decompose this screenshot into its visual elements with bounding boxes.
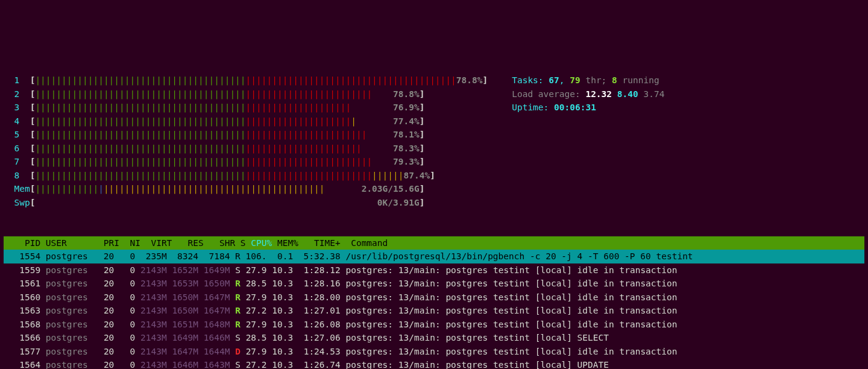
cpu-meter-4: 4 [|||||||||||||||||||||||||||||||||||||… — [4, 115, 488, 128]
table-row[interactable]: 1564 postgres 20 0 2143M 1646M 1643M S 2… — [4, 358, 864, 369]
cpu-meter-8: 8 [|||||||||||||||||||||||||||||||||||||… — [4, 169, 488, 182]
cpu-meter-3: 3 [|||||||||||||||||||||||||||||||||||||… — [4, 101, 488, 114]
cpu-meter-1: 1 [|||||||||||||||||||||||||||||||||||||… — [4, 74, 488, 87]
table-row[interactable]: 1568 postgres 20 0 2143M 1651M 1648M R 2… — [4, 318, 864, 331]
table-row[interactable]: 1560 postgres 20 0 2143M 1650M 1647M R 2… — [4, 291, 864, 304]
swap-meter: Swp[ 0K/3.91G] — [4, 196, 488, 209]
table-row[interactable]: 1561 postgres 20 0 2143M 1653M 1650M R 2… — [4, 277, 864, 290]
cpu-meter-2: 2 [|||||||||||||||||||||||||||||||||||||… — [4, 87, 488, 101]
table-row-selected[interactable]: 1554 postgres 20 0 235M 8324 7184 R 106.… — [4, 250, 864, 263]
table-row[interactable]: 1566 postgres 20 0 2143M 1649M 1646M S 2… — [4, 331, 864, 344]
mem-meter: Mem[||||||||||||||||||||||||||||||||||||… — [4, 182, 488, 195]
top-meters: 1 [|||||||||||||||||||||||||||||||||||||… — [4, 74, 864, 209]
process-table[interactable]: PID USER PRI NI VIRT RES SHR S CPU% MEM%… — [4, 236, 864, 369]
table-row[interactable]: 1563 postgres 20 0 2143M 1650M 1647M R 2… — [4, 304, 864, 317]
uptime-line: Uptime: 00:06:31 — [512, 101, 664, 114]
cpu-meter-7: 7 [|||||||||||||||||||||||||||||||||||||… — [4, 155, 488, 168]
load-line: Load average: 12.32 8.40 3.74 — [512, 87, 664, 101]
table-row[interactable]: 1577 postgres 20 0 2143M 1647M 1644M D 2… — [4, 345, 864, 358]
cpu-meter-6: 6 [|||||||||||||||||||||||||||||||||||||… — [4, 142, 488, 155]
table-header[interactable]: PID USER PRI NI VIRT RES SHR S CPU% MEM%… — [4, 236, 864, 250]
cpu-meter-5: 5 [|||||||||||||||||||||||||||||||||||||… — [4, 128, 488, 141]
tasks-line: Tasks: 67, 79 thr; 8 running — [512, 74, 664, 87]
table-row[interactable]: 1559 postgres 20 0 2143M 1652M 1649M S 2… — [4, 263, 864, 277]
